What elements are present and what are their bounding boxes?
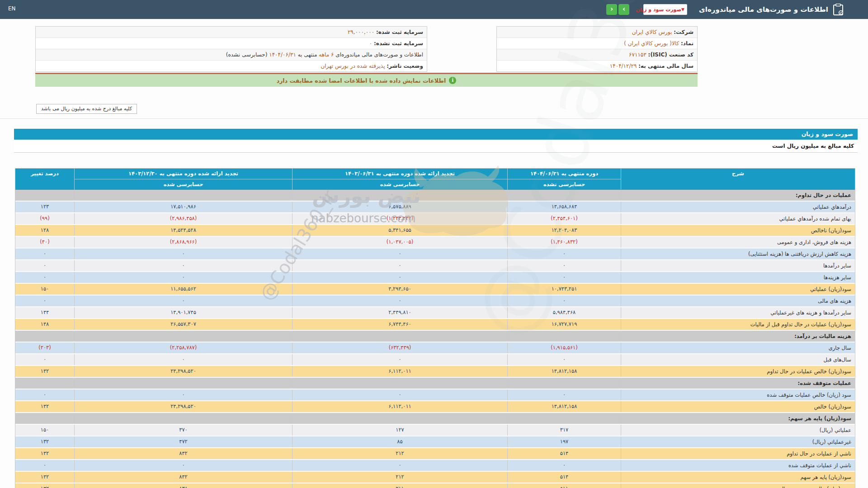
- cell-value: ۸۳۸: [74, 483, 292, 488]
- value-text: ۰: [182, 391, 184, 398]
- column-header-description: شرح: [621, 169, 855, 189]
- income-statement-table: شرح دوره منتهی به ۱۴۰۴/۰۶/۳۱ حسابرسی نشد…: [15, 168, 855, 488]
- cell-value: ۶,۵۷۵,۸۸۹: [292, 202, 507, 212]
- table-row: ناشي از عملیات متوقف شده۰۰۰۰: [15, 460, 855, 472]
- row-label: سال‌های قبل: [621, 354, 855, 365]
- cell-value: ۲۱۲: [292, 448, 507, 459]
- cell-percent-change: (۹۹): [15, 213, 74, 224]
- cell-value: ۰: [74, 260, 292, 271]
- cell-value: ۰: [507, 389, 621, 400]
- cell-value: ۰: [507, 460, 621, 471]
- value-text: ۱۲۳: [41, 203, 49, 210]
- cell-value: ۱۴,۸۱۲,۱۵۸: [507, 366, 621, 377]
- value-text: ۱۴۲: [41, 485, 49, 488]
- cell-percent-change: ۰: [15, 272, 74, 283]
- cell-value: ۲۴,۲۹۸,۵۲۰: [74, 401, 292, 412]
- period-audit-status: حسابرسی شده: [292, 179, 507, 190]
- cell-value: ۰: [74, 460, 292, 471]
- unregistered-capital-row: سرمایه ثبت نشده: ۰: [36, 38, 427, 49]
- row-label: ناشي از عملیات در حال تداوم: [621, 448, 855, 459]
- value-text: ۱۶,۷۲۷,۷۱۹: [552, 321, 577, 327]
- value-text: ۰: [563, 297, 566, 304]
- value-text: ۰: [182, 356, 184, 362]
- cell-value: ۰: [507, 354, 621, 365]
- value-text: ۲۴,۲۹۸,۵۲۰: [170, 368, 196, 374]
- previous-statement-button[interactable]: ‹: [606, 4, 617, 15]
- issuer-status-row: وضعیت ناشر: پذیرفته شده در بورس تهران: [36, 61, 427, 72]
- cell-value: ۲۴,۲۹۸,۵۲۰: [74, 366, 292, 377]
- cell-value: ۱۹۷: [507, 436, 621, 447]
- cell-value: ۵۱۴: [507, 448, 621, 459]
- cell-percent-change: ۰: [15, 389, 74, 400]
- value-text: ۰: [43, 356, 46, 362]
- cell-value: ۸۴۲: [74, 472, 292, 483]
- cell-value: ۱۶,۷۲۷,۷۱۹: [507, 319, 621, 330]
- table-row: سایر درآمدها و هزینه های غیرعملياتي۵,۹۸۴…: [15, 307, 855, 319]
- language-toggle-en[interactable]: EN: [8, 5, 16, 12]
- company-value: بورس کالاي ايران: [632, 29, 672, 35]
- table-row: هزینه کاهش ارزش دریافتنی ها (هزینه استثن…: [15, 249, 855, 260]
- statement-unit-line: کلیه مبالغ به میلیون ریال است: [14, 140, 858, 153]
- dropdown-caret-icon: ▼: [681, 7, 684, 12]
- cell-value: ۰: [292, 296, 507, 306]
- section-divider: [0, 118, 868, 119]
- value-text: ۱۴,۵۲۴,۵۲۸: [170, 227, 196, 233]
- value-text: ۱۴۲: [41, 403, 49, 409]
- row-label: سود(زیان) خالص: [621, 401, 855, 412]
- registered-capital-label: سرمایه ثبت شده:: [376, 29, 423, 35]
- cell-value: ۵۱۴: [507, 472, 621, 483]
- value-text: ۶,۷۴۴,۴۶۰: [388, 321, 411, 327]
- cell-value: ۸۴۲: [74, 448, 292, 459]
- value-text: ۱۲,۲۰۴,۰۸۳: [552, 227, 577, 233]
- value-text: ۱۴۸: [41, 321, 49, 327]
- period-audit-status: حسابرسی شده: [75, 179, 292, 190]
- value-text: ۶,۱۱۲,۰۱۱: [388, 403, 411, 409]
- cell-value: ۰: [507, 272, 621, 283]
- table-row: عملياتي (ریال)۳۱۷۱۲۷۳۷۰۱۵۰: [15, 425, 855, 436]
- cell-value: ۱۴,۶۵۸,۶۸۴: [507, 202, 621, 212]
- value-text: ۲۱۲: [396, 450, 404, 456]
- cell-percent-change: ۱۵۰: [15, 425, 74, 436]
- cell-value: (۲,۸۶۸,۹۶۶): [74, 237, 292, 248]
- cell-value: ۰: [292, 249, 507, 259]
- cell-value: ۱۴,۵۲۴,۵۲۸: [74, 225, 292, 236]
- cell-percent-change: (۴۰): [15, 237, 74, 248]
- value-text: ۲۴,۲۹۸,۵۲۰: [170, 403, 196, 409]
- company-label: شرکت:: [674, 29, 693, 35]
- table-row: هزینه های فروش، اداری و عمومی(۱,۴۶۰,۸۳۲)…: [15, 237, 855, 249]
- cell-percent-change: ۱۴۴: [15, 307, 74, 318]
- value-text: ۰: [43, 297, 46, 304]
- table-row: سود(زیان) ناخالص۱۲,۲۰۴,۰۸۳۵,۳۴۱,۶۵۵۱۴,۵۲…: [15, 225, 855, 237]
- column-header-current-period: دوره منتهی به ۱۴۰۴/۰۶/۳۱ حسابرسی نشده: [507, 169, 621, 190]
- value-text: ۰: [182, 462, 184, 468]
- cell-percent-change: [15, 378, 74, 389]
- cell-value: ۲۶,۵۵۷,۳۰۷: [74, 319, 292, 330]
- cell-value: ۰: [507, 249, 621, 259]
- signature-match-text: اطلاعات نمایش داده شده با اطلاعات امضا ش…: [277, 77, 446, 84]
- cell-value: ۵۱۱: [507, 483, 621, 488]
- cell-value: [507, 190, 621, 201]
- cell-value: ۵,۳۴۱,۶۵۵: [292, 225, 507, 236]
- cell-value: [292, 378, 507, 389]
- row-label: سود(زیان) پایه هر سهم:: [621, 413, 855, 424]
- value-text: ۱۴,۸۱۲,۱۵۸: [552, 403, 577, 409]
- table-section-row: عملیات متوقف شده:: [15, 378, 855, 389]
- period-audit-status: حسابرسی نشده: [508, 179, 621, 190]
- statement-type-dropdown[interactable]: ▼ صورت سود و زیان: [643, 4, 687, 15]
- cell-value: ۱۲۷: [292, 425, 507, 436]
- row-label: سایر هزینه‌ها: [621, 272, 855, 283]
- value-text: ۰: [563, 262, 566, 268]
- table-row: هزینه های مالی۰۰۰۰: [15, 296, 855, 307]
- isic-row: کد صنعت (ISIC): ۶۷۱۱۵۳: [497, 49, 697, 61]
- value-text: ۶,۵۷۵,۸۸۹: [388, 203, 411, 210]
- value-text: (۱,۴۶۰,۸۳۲): [551, 239, 578, 245]
- period-title: تجدید ارائه شده دوره منتهی به ۱۴۰۳/۱۲/۳۰: [75, 169, 292, 179]
- cell-percent-change: ۱۲۸: [15, 225, 74, 236]
- value-text: (۴۰): [40, 239, 49, 245]
- cell-value: (۱,۲۳۴,۲۳۴): [292, 213, 507, 224]
- table-row: سود(زیان) عملیات در حال تداوم قبل از مال…: [15, 319, 855, 331]
- row-label: هزینه های فروش، اداری و عمومی: [621, 237, 855, 248]
- cell-percent-change: ۱۴۲: [15, 401, 74, 412]
- next-statement-button[interactable]: ›: [618, 4, 629, 15]
- cell-value: ۰: [292, 272, 507, 283]
